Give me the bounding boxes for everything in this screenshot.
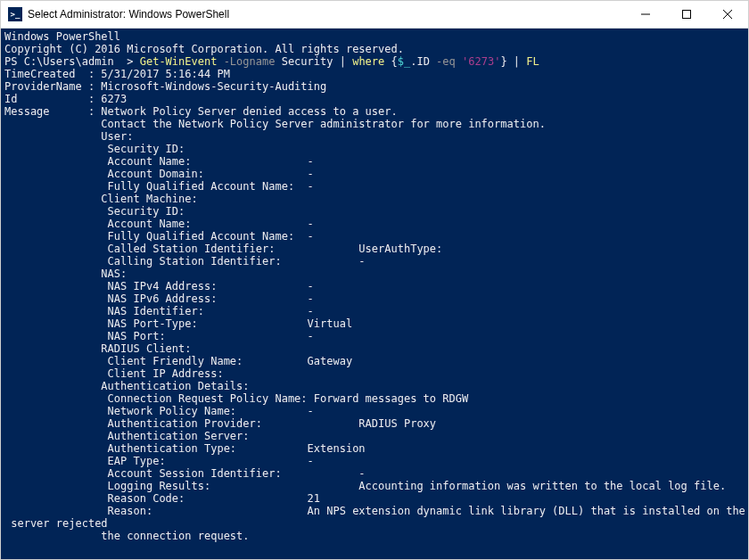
powershell-icon: >_ [8, 7, 22, 21]
console-line: Client Friendly Name: Gateway [4, 355, 748, 367]
close-button[interactable] [707, 1, 748, 28]
console-line: Network Policy Name: - [4, 405, 748, 417]
console-line: EAP Type: - [4, 455, 748, 467]
console-line: Id : 6273 [4, 93, 748, 105]
console-line: Client Machine: [4, 193, 748, 205]
console-line: Security ID: [4, 205, 748, 218]
console-line: Authentication Server: [4, 430, 748, 442]
console-line: NAS Identifier: - [4, 305, 748, 317]
svg-rect-1 [683, 11, 691, 19]
console-line: Account Name: - [4, 155, 748, 168]
console-line: Security ID: [4, 143, 748, 155]
window-frame: >_ Select Administrator: Windows PowerSh… [0, 0, 749, 560]
window-title: Select Administrator: Windows PowerShell [28, 8, 229, 21]
console-line: server rejected [4, 517, 748, 530]
maximize-button[interactable] [666, 1, 707, 28]
console-line: Client IP Address: [4, 367, 748, 380]
console-line: NAS: [4, 268, 748, 280]
console-line: Connection Request Policy Name: Forward … [4, 392, 748, 405]
console-line: ProviderName : Microsoft-Windows-Securit… [4, 80, 748, 93]
console-line: Reason: An NPS extension dynamic link li… [4, 505, 748, 517]
console-line: Contact the Network Policy Server admini… [4, 118, 748, 130]
console-line: Calling Station Identifier: - [4, 255, 748, 268]
console-line: PS C:\Users\admin > Get-WinEvent -Lognam… [4, 55, 748, 68]
console-line: Called Station Identifier: UserAuthType: [4, 243, 748, 255]
console-line: User: [4, 130, 748, 143]
console-line: Windows PowerShell [4, 30, 748, 43]
console-line: TimeCreated : 5/31/2017 5:16:44 PM [4, 68, 748, 80]
console-line: Fully Qualified Account Name: - [4, 180, 748, 193]
console-line: Fully Qualified Account Name: - [4, 230, 748, 243]
console-line: RADIUS Client: [4, 342, 748, 355]
console-line: Message : Network Policy Server denied a… [4, 105, 748, 118]
console-line: NAS IPv4 Address: - [4, 280, 748, 292]
console-line: the connection request. [4, 530, 748, 542]
titlebar[interactable]: >_ Select Administrator: Windows PowerSh… [1, 1, 748, 29]
console-line: NAS Port: - [4, 330, 748, 342]
console-line: Authentication Details: [4, 380, 748, 392]
console-line: Authentication Type: Extension [4, 442, 748, 455]
console-line: Copyright (C) 2016 Microsoft Corporation… [4, 43, 748, 55]
console-line: Account Name: - [4, 218, 748, 230]
console-line: Authentication Provider: RADIUS Proxy [4, 417, 748, 430]
console-line: Account Session Identifier: - [4, 467, 748, 480]
console-line: NAS Port-Type: Virtual [4, 317, 748, 330]
minimize-button[interactable] [625, 1, 666, 28]
console-line: Logging Results: Accounting information … [4, 480, 748, 492]
console-output[interactable]: Windows PowerShellCopyright (C) 2016 Mic… [1, 29, 748, 559]
console-line: Account Domain: - [4, 168, 748, 180]
console-line: Reason Code: 21 [4, 492, 748, 505]
console-line: NAS IPv6 Address: - [4, 292, 748, 305]
